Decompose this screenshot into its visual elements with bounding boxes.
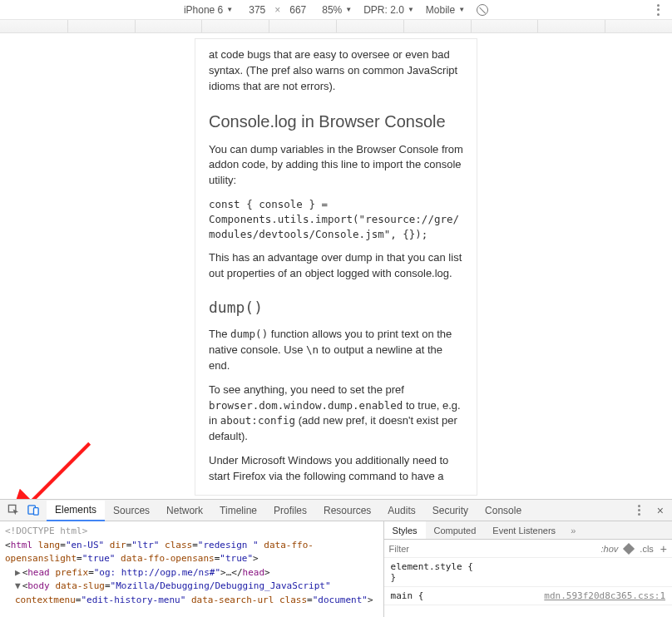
diamond-icon[interactable] — [623, 542, 635, 554]
paragraph: at code bugs that are easy to oversee or… — [209, 47, 463, 95]
tab-sources[interactable]: Sources — [105, 500, 158, 521]
text: The — [209, 328, 230, 340]
html-node[interactable]: <html lang="en-US" dir="ltr" class="rede… — [5, 539, 378, 566]
tab-audits[interactable]: Audits — [379, 500, 423, 521]
toggle-device-toolbar-icon[interactable] — [23, 501, 43, 521]
paragraph: This has an advantage over dump in that … — [209, 250, 463, 282]
paragraph: To see anything, you need to set the pre… — [209, 383, 463, 445]
tab-resources[interactable]: Resources — [315, 500, 379, 521]
styles-filter-row: :hov .cls + — [384, 540, 672, 558]
styles-tab-computed[interactable]: Computed — [426, 521, 485, 539]
doctype-node[interactable]: <!DOCTYPE html> — [5, 525, 378, 539]
page-content: at code bugs that are easy to oversee or… — [195, 47, 477, 496]
tab-console[interactable]: Console — [477, 500, 530, 521]
chevron-down-icon: ▼ — [408, 6, 414, 13]
devtools-body: <!DOCTYPE html> <html lang="en-US" dir="… — [0, 521, 672, 617]
inspect-element-icon[interactable] — [3, 501, 23, 521]
styles-tab-eventlisteners[interactable]: Event Listeners — [484, 521, 564, 539]
dpr-select[interactable]: DPR: 2.0 ▼ — [363, 4, 414, 16]
cls-toggle[interactable]: .cls — [640, 544, 654, 554]
heading-consolelog: Console.log in Browser Console — [209, 110, 463, 134]
inline-code: browser.dom.window.dump.enabled — [209, 399, 403, 412]
tab-network[interactable]: Network — [158, 500, 211, 521]
styles-pane: Styles Computed Event Listeners » :hov .… — [383, 521, 672, 617]
body-node[interactable]: ▼<body data-slug="Mozilla/Debugging/Debu… — [5, 580, 378, 607]
paragraph: Under Microsoft Windows you additionally… — [209, 453, 463, 485]
paragraph: You can dump variables in the Browser Co… — [209, 142, 463, 190]
heading-dump: dump() — [209, 297, 463, 318]
chevron-down-icon: ▼ — [345, 6, 352, 13]
rule-selector: element.style { — [391, 561, 665, 572]
zoom-value: 85% — [322, 4, 342, 16]
times-icon: × — [274, 4, 280, 16]
tab-security[interactable]: Security — [424, 500, 477, 521]
svg-line-0 — [27, 443, 90, 506]
css-rule-elementstyle[interactable]: element.style { } — [384, 558, 672, 587]
zoom-select[interactable]: 85% ▼ — [322, 4, 352, 16]
ruler — [0, 20, 672, 33]
inline-code: dump() — [230, 328, 268, 340]
code-block: const { console } = Components.utils.imp… — [209, 197, 463, 242]
emulated-viewport: at code bugs that are easy to oversee or… — [0, 33, 672, 499]
dimensions: × — [245, 4, 310, 16]
dom-tree[interactable]: <!DOCTYPE html> <html lang="en-US" dir="… — [0, 521, 383, 617]
height-input[interactable] — [285, 4, 310, 16]
devtools-tabbar: Elements Sources Network Timeline Profil… — [0, 500, 672, 521]
dpr-value: DPR: 2.0 — [363, 4, 404, 16]
styles-tabs-more-icon[interactable]: » — [564, 526, 582, 536]
hov-toggle[interactable]: :hov — [601, 544, 619, 554]
styles-tab-styles[interactable]: Styles — [384, 521, 426, 539]
device-frame[interactable]: at code bugs that are easy to oversee or… — [195, 38, 477, 496]
tab-timeline[interactable]: Timeline — [211, 500, 265, 521]
tab-elements[interactable]: Elements — [47, 501, 105, 521]
close-devtools-icon[interactable]: × — [652, 504, 669, 517]
width-input[interactable] — [245, 4, 269, 16]
chevron-down-icon: ▼ — [458, 6, 465, 13]
inline-code: \n — [306, 343, 319, 356]
inline-code: about:config — [220, 414, 295, 427]
svg-rect-3 — [33, 508, 38, 515]
rule-close: } — [391, 572, 665, 583]
device-bar-menu[interactable] — [652, 3, 664, 17]
devtools-panel: Elements Sources Network Timeline Profil… — [0, 499, 672, 617]
chevron-down-icon: ▼ — [226, 6, 233, 13]
device-select[interactable]: iPhone 6 ▼ — [184, 4, 233, 16]
styles-tabs: Styles Computed Event Listeners » — [384, 521, 672, 540]
css-rule-main[interactable]: mdn.593f20d8c365.css:1 main { — [384, 587, 672, 605]
text: To see anything, you need to set the pre… — [209, 383, 404, 396]
new-rule-icon[interactable]: + — [660, 542, 667, 555]
no-throttling-icon[interactable] — [477, 4, 488, 16]
mode-value: Mobile — [426, 4, 455, 16]
paragraph: The dump() function allows you to print … — [209, 327, 463, 374]
device-name: iPhone 6 — [184, 4, 223, 16]
head-node[interactable]: ▶<head prefix="og: http://ogp.me/ns#">…<… — [5, 566, 378, 580]
rule-source-link[interactable]: mdn.593f20d8c365.css:1 — [544, 590, 665, 601]
mode-select[interactable]: Mobile ▼ — [426, 4, 465, 16]
devtools-menu[interactable] — [634, 505, 645, 516]
device-toolbar: iPhone 6 ▼ × 85% ▼ DPR: 2.0 ▼ Mobile ▼ — [0, 0, 672, 20]
styles-filter-input[interactable] — [389, 544, 595, 554]
tab-profiles[interactable]: Profiles — [265, 500, 315, 521]
